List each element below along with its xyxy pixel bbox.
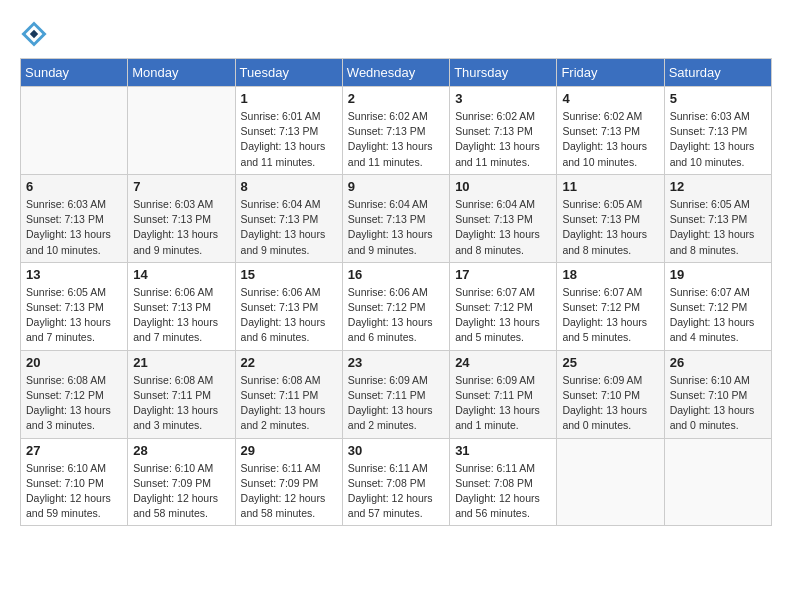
calendar-cell: 25Sunrise: 6:09 AM Sunset: 7:10 PM Dayli… xyxy=(557,350,664,438)
day-header-tuesday: Tuesday xyxy=(235,59,342,87)
day-detail: Sunrise: 6:10 AM Sunset: 7:10 PM Dayligh… xyxy=(26,461,122,522)
calendar-cell: 12Sunrise: 6:05 AM Sunset: 7:13 PM Dayli… xyxy=(664,174,771,262)
day-header-friday: Friday xyxy=(557,59,664,87)
logo-icon xyxy=(20,20,48,48)
day-detail: Sunrise: 6:09 AM Sunset: 7:10 PM Dayligh… xyxy=(562,373,658,434)
calendar-cell: 11Sunrise: 6:05 AM Sunset: 7:13 PM Dayli… xyxy=(557,174,664,262)
day-detail: Sunrise: 6:05 AM Sunset: 7:13 PM Dayligh… xyxy=(670,197,766,258)
calendar-cell xyxy=(128,87,235,175)
day-number: 31 xyxy=(455,443,551,458)
day-number: 7 xyxy=(133,179,229,194)
day-number: 16 xyxy=(348,267,444,282)
day-detail: Sunrise: 6:05 AM Sunset: 7:13 PM Dayligh… xyxy=(26,285,122,346)
day-detail: Sunrise: 6:08 AM Sunset: 7:12 PM Dayligh… xyxy=(26,373,122,434)
day-number: 22 xyxy=(241,355,337,370)
calendar-cell: 28Sunrise: 6:10 AM Sunset: 7:09 PM Dayli… xyxy=(128,438,235,526)
calendar-cell: 20Sunrise: 6:08 AM Sunset: 7:12 PM Dayli… xyxy=(21,350,128,438)
calendar-cell: 6Sunrise: 6:03 AM Sunset: 7:13 PM Daylig… xyxy=(21,174,128,262)
days-header-row: SundayMondayTuesdayWednesdayThursdayFrid… xyxy=(21,59,772,87)
day-number: 20 xyxy=(26,355,122,370)
calendar-cell: 8Sunrise: 6:04 AM Sunset: 7:13 PM Daylig… xyxy=(235,174,342,262)
day-number: 6 xyxy=(26,179,122,194)
day-detail: Sunrise: 6:05 AM Sunset: 7:13 PM Dayligh… xyxy=(562,197,658,258)
week-row-4: 20Sunrise: 6:08 AM Sunset: 7:12 PM Dayli… xyxy=(21,350,772,438)
week-row-1: 1Sunrise: 6:01 AM Sunset: 7:13 PM Daylig… xyxy=(21,87,772,175)
calendar-cell: 27Sunrise: 6:10 AM Sunset: 7:10 PM Dayli… xyxy=(21,438,128,526)
day-number: 3 xyxy=(455,91,551,106)
day-detail: Sunrise: 6:02 AM Sunset: 7:13 PM Dayligh… xyxy=(455,109,551,170)
day-detail: Sunrise: 6:09 AM Sunset: 7:11 PM Dayligh… xyxy=(348,373,444,434)
day-header-monday: Monday xyxy=(128,59,235,87)
day-detail: Sunrise: 6:01 AM Sunset: 7:13 PM Dayligh… xyxy=(241,109,337,170)
day-number: 17 xyxy=(455,267,551,282)
day-number: 18 xyxy=(562,267,658,282)
day-number: 27 xyxy=(26,443,122,458)
day-detail: Sunrise: 6:08 AM Sunset: 7:11 PM Dayligh… xyxy=(133,373,229,434)
day-detail: Sunrise: 6:02 AM Sunset: 7:13 PM Dayligh… xyxy=(348,109,444,170)
calendar-cell: 5Sunrise: 6:03 AM Sunset: 7:13 PM Daylig… xyxy=(664,87,771,175)
day-detail: Sunrise: 6:06 AM Sunset: 7:12 PM Dayligh… xyxy=(348,285,444,346)
day-detail: Sunrise: 6:03 AM Sunset: 7:13 PM Dayligh… xyxy=(670,109,766,170)
day-detail: Sunrise: 6:11 AM Sunset: 7:08 PM Dayligh… xyxy=(455,461,551,522)
day-number: 19 xyxy=(670,267,766,282)
day-detail: Sunrise: 6:02 AM Sunset: 7:13 PM Dayligh… xyxy=(562,109,658,170)
calendar-cell: 22Sunrise: 6:08 AM Sunset: 7:11 PM Dayli… xyxy=(235,350,342,438)
page-header xyxy=(20,20,772,48)
calendar-cell: 17Sunrise: 6:07 AM Sunset: 7:12 PM Dayli… xyxy=(450,262,557,350)
calendar-cell: 3Sunrise: 6:02 AM Sunset: 7:13 PM Daylig… xyxy=(450,87,557,175)
day-detail: Sunrise: 6:09 AM Sunset: 7:11 PM Dayligh… xyxy=(455,373,551,434)
day-number: 1 xyxy=(241,91,337,106)
calendar-cell: 2Sunrise: 6:02 AM Sunset: 7:13 PM Daylig… xyxy=(342,87,449,175)
day-detail: Sunrise: 6:04 AM Sunset: 7:13 PM Dayligh… xyxy=(455,197,551,258)
day-number: 29 xyxy=(241,443,337,458)
calendar-cell: 16Sunrise: 6:06 AM Sunset: 7:12 PM Dayli… xyxy=(342,262,449,350)
calendar-cell: 15Sunrise: 6:06 AM Sunset: 7:13 PM Dayli… xyxy=(235,262,342,350)
day-number: 10 xyxy=(455,179,551,194)
calendar-cell: 30Sunrise: 6:11 AM Sunset: 7:08 PM Dayli… xyxy=(342,438,449,526)
day-number: 5 xyxy=(670,91,766,106)
calendar-cell: 24Sunrise: 6:09 AM Sunset: 7:11 PM Dayli… xyxy=(450,350,557,438)
day-detail: Sunrise: 6:06 AM Sunset: 7:13 PM Dayligh… xyxy=(241,285,337,346)
calendar-cell: 23Sunrise: 6:09 AM Sunset: 7:11 PM Dayli… xyxy=(342,350,449,438)
day-detail: Sunrise: 6:07 AM Sunset: 7:12 PM Dayligh… xyxy=(562,285,658,346)
calendar-cell xyxy=(557,438,664,526)
calendar-table: SundayMondayTuesdayWednesdayThursdayFrid… xyxy=(20,58,772,526)
day-detail: Sunrise: 6:11 AM Sunset: 7:08 PM Dayligh… xyxy=(348,461,444,522)
day-number: 2 xyxy=(348,91,444,106)
calendar-cell: 13Sunrise: 6:05 AM Sunset: 7:13 PM Dayli… xyxy=(21,262,128,350)
calendar-cell: 9Sunrise: 6:04 AM Sunset: 7:13 PM Daylig… xyxy=(342,174,449,262)
calendar-cell xyxy=(21,87,128,175)
day-number: 21 xyxy=(133,355,229,370)
day-number: 24 xyxy=(455,355,551,370)
day-detail: Sunrise: 6:03 AM Sunset: 7:13 PM Dayligh… xyxy=(133,197,229,258)
day-number: 8 xyxy=(241,179,337,194)
day-detail: Sunrise: 6:04 AM Sunset: 7:13 PM Dayligh… xyxy=(241,197,337,258)
calendar-cell: 26Sunrise: 6:10 AM Sunset: 7:10 PM Dayli… xyxy=(664,350,771,438)
day-detail: Sunrise: 6:06 AM Sunset: 7:13 PM Dayligh… xyxy=(133,285,229,346)
day-header-thursday: Thursday xyxy=(450,59,557,87)
week-row-5: 27Sunrise: 6:10 AM Sunset: 7:10 PM Dayli… xyxy=(21,438,772,526)
week-row-2: 6Sunrise: 6:03 AM Sunset: 7:13 PM Daylig… xyxy=(21,174,772,262)
calendar-cell: 18Sunrise: 6:07 AM Sunset: 7:12 PM Dayli… xyxy=(557,262,664,350)
day-number: 13 xyxy=(26,267,122,282)
day-number: 15 xyxy=(241,267,337,282)
calendar-cell: 1Sunrise: 6:01 AM Sunset: 7:13 PM Daylig… xyxy=(235,87,342,175)
day-number: 23 xyxy=(348,355,444,370)
day-detail: Sunrise: 6:07 AM Sunset: 7:12 PM Dayligh… xyxy=(455,285,551,346)
day-detail: Sunrise: 6:11 AM Sunset: 7:09 PM Dayligh… xyxy=(241,461,337,522)
calendar-cell: 7Sunrise: 6:03 AM Sunset: 7:13 PM Daylig… xyxy=(128,174,235,262)
week-row-3: 13Sunrise: 6:05 AM Sunset: 7:13 PM Dayli… xyxy=(21,262,772,350)
calendar-cell: 14Sunrise: 6:06 AM Sunset: 7:13 PM Dayli… xyxy=(128,262,235,350)
day-number: 30 xyxy=(348,443,444,458)
day-detail: Sunrise: 6:03 AM Sunset: 7:13 PM Dayligh… xyxy=(26,197,122,258)
day-number: 25 xyxy=(562,355,658,370)
day-number: 12 xyxy=(670,179,766,194)
day-number: 9 xyxy=(348,179,444,194)
day-number: 4 xyxy=(562,91,658,106)
calendar-cell: 19Sunrise: 6:07 AM Sunset: 7:12 PM Dayli… xyxy=(664,262,771,350)
calendar-cell: 31Sunrise: 6:11 AM Sunset: 7:08 PM Dayli… xyxy=(450,438,557,526)
calendar-cell: 21Sunrise: 6:08 AM Sunset: 7:11 PM Dayli… xyxy=(128,350,235,438)
day-detail: Sunrise: 6:10 AM Sunset: 7:10 PM Dayligh… xyxy=(670,373,766,434)
day-detail: Sunrise: 6:10 AM Sunset: 7:09 PM Dayligh… xyxy=(133,461,229,522)
calendar-body: 1Sunrise: 6:01 AM Sunset: 7:13 PM Daylig… xyxy=(21,87,772,526)
